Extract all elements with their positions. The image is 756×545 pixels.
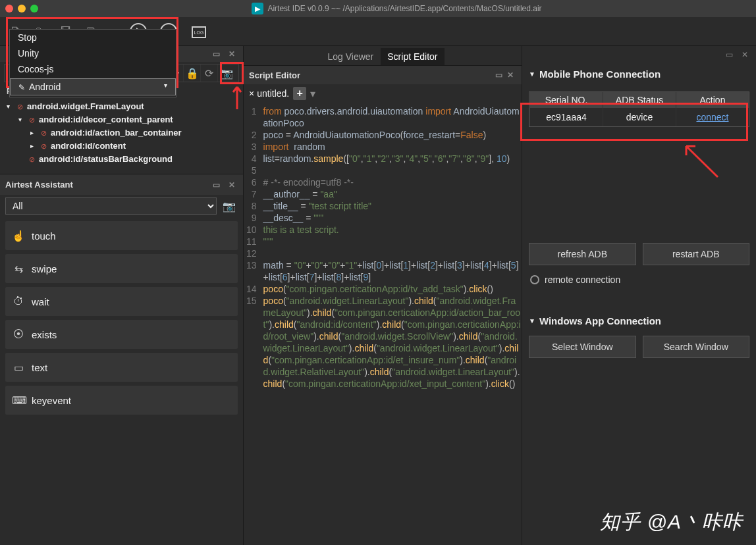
tree-item[interactable]: ⊘android:id/statusBarBackground xyxy=(7,153,236,166)
mobile-conn-title: Mobile Phone Connection xyxy=(539,68,661,80)
tab-log-viewer[interactable]: Log Viewer xyxy=(321,48,380,65)
dd-stop[interactable]: Stop xyxy=(10,30,176,45)
remote-conn-label: remote connection xyxy=(545,274,620,285)
th-serial: Serial NO. xyxy=(529,92,603,108)
th-action: Action xyxy=(676,92,749,108)
editor-title: Script Editor xyxy=(249,70,300,80)
window-title: ▶Airtest IDE v0.0.9 ~~ /Applications/Air… xyxy=(43,3,751,14)
record-icon[interactable]: 📷 xyxy=(217,65,234,82)
winapp-conn-title: Windows App Connection xyxy=(539,315,661,326)
zoom-window[interactable] xyxy=(30,5,38,13)
assistant-exists[interactable]: ⦿exists xyxy=(5,320,238,349)
watermark: 知乎 @A丶咔咔 xyxy=(600,509,743,536)
dd-cocosjs[interactable]: Cocos-js xyxy=(10,61,176,77)
tab-script-editor[interactable]: Script Editor xyxy=(381,48,444,65)
assistant-wait[interactable]: ⏱wait xyxy=(5,287,238,316)
assistant-title: Airtest Assistant xyxy=(5,180,73,190)
close-window[interactable] xyxy=(5,5,13,13)
assistant-filter[interactable]: All xyxy=(5,197,217,215)
refresh-adb-button[interactable]: refresh ADB xyxy=(529,243,636,265)
lock-icon[interactable]: 🔒 xyxy=(183,65,200,82)
restart-adb-button[interactable]: restart ADB xyxy=(643,243,750,265)
minimize-window[interactable] xyxy=(18,5,26,13)
device-table: Serial NO. ADB Status Action ec91aaa4 de… xyxy=(529,91,749,127)
th-adb: ADB Status xyxy=(603,92,676,108)
assistant-keyevent[interactable]: ⌨keyevent xyxy=(5,386,238,415)
td-adb: device xyxy=(603,108,676,126)
panel-close-icon[interactable]: ✕ xyxy=(739,49,751,61)
dd-unity[interactable]: Unity xyxy=(10,45,176,61)
log-icon[interactable]: LOG xyxy=(187,20,211,43)
select-window-button[interactable]: Select Window xyxy=(529,336,636,358)
td-serial: ec91aaa4 xyxy=(529,108,603,126)
file-tab[interactable]: × untitled. xyxy=(249,88,289,99)
camera-icon[interactable]: 📷 xyxy=(221,197,238,215)
refresh-icon[interactable]: ⟳ xyxy=(200,65,217,82)
remote-conn-radio[interactable] xyxy=(530,275,539,284)
assistant-touch[interactable]: ☝touch xyxy=(5,221,238,250)
panel-close-icon[interactable]: ✕ xyxy=(226,48,238,60)
assistant-swipe[interactable]: ⇆swipe xyxy=(5,254,238,283)
dd-android[interactable]: ✎Android▾ xyxy=(10,78,176,95)
panel-dock-icon[interactable]: ▭ xyxy=(493,69,504,81)
panel-dock-icon[interactable]: ▭ xyxy=(210,179,222,191)
search-window-button[interactable]: Search Window xyxy=(643,336,750,358)
panel-dock-icon[interactable]: ▭ xyxy=(210,48,222,60)
panel-close-icon[interactable]: ✕ xyxy=(226,179,238,191)
panel-close-icon[interactable]: ✕ xyxy=(504,69,516,81)
tree-item[interactable]: ▸⊘android:id/content xyxy=(7,140,236,153)
svg-text:LOG: LOG xyxy=(194,30,204,35)
assistant-text[interactable]: ▭text xyxy=(5,353,238,382)
panel-dock-icon[interactable]: ▭ xyxy=(723,49,735,61)
tree-item[interactable]: ▾⊘android:id/decor_content_parent xyxy=(7,113,236,126)
tree-item[interactable]: ▾⊘android.widget.FrameLayout xyxy=(7,100,236,113)
add-tab-button[interactable]: + xyxy=(293,87,306,100)
tree-item[interactable]: ▸⊘android:id/action_bar_container xyxy=(7,126,236,140)
poco-mode-menu[interactable]: Stop Unity Cocos-js ✎Android▾ xyxy=(9,29,176,97)
connect-link[interactable]: connect xyxy=(696,112,728,122)
